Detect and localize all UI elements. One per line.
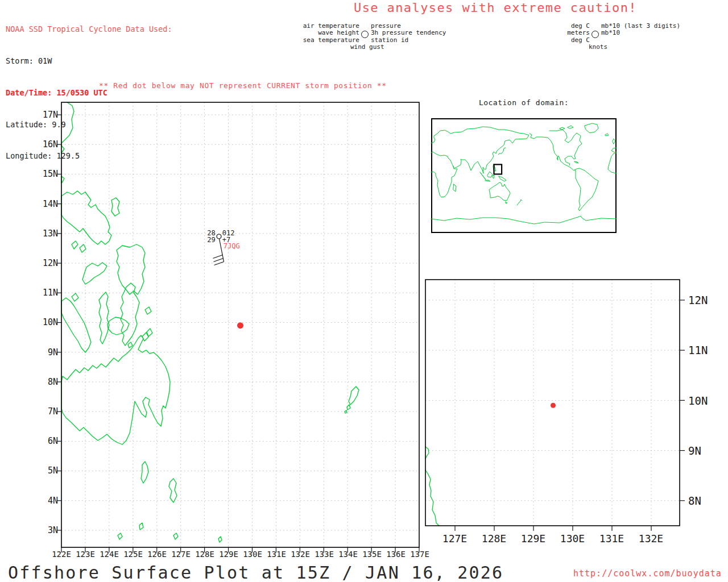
world-coastlines xyxy=(431,123,617,224)
y-tick-label: 12N xyxy=(43,258,58,268)
x-tick-label: 131E xyxy=(592,533,631,544)
storm-id: Storm: 01W xyxy=(6,56,172,66)
zoom-inset-map xyxy=(421,275,728,559)
y-tick-label: 11N xyxy=(43,288,58,298)
zoom-map-coastlines xyxy=(425,447,439,526)
units-model-circle-icon xyxy=(592,31,599,38)
y-tick-label: 8N xyxy=(688,495,708,506)
legend-wind-gust: wind gust xyxy=(350,44,384,51)
y-tick-label: 3N xyxy=(48,525,58,535)
x-tick-label: 128E xyxy=(474,533,514,544)
units-wind-gust: knots xyxy=(589,44,607,51)
domain-inset-title: Location of domain: xyxy=(431,98,617,107)
units-legend-left-column: deg C meters deg C xyxy=(512,23,590,44)
x-tick-label: 127E xyxy=(169,550,193,559)
station-legend-right-column: pressure 3h pressure tendency station id xyxy=(371,23,507,44)
x-tick-label: 131E xyxy=(264,550,288,559)
y-tick-label: 4N xyxy=(48,496,58,506)
y-tick-label: 16N xyxy=(43,139,58,149)
zoom-map-gridlines xyxy=(425,280,680,526)
zoom-map-y-axis-labels: 12N11N10N9N8N xyxy=(688,294,708,506)
y-tick-label: 13N xyxy=(43,228,58,239)
zoom-map-tick-marks xyxy=(455,300,685,531)
domain-rectangle xyxy=(494,164,502,174)
y-tick-label: 10N xyxy=(688,395,708,406)
x-tick-label: 127E xyxy=(435,533,474,544)
x-tick-label: 133E xyxy=(312,550,336,559)
units-pressure: mb*10 (last 3 digits) xyxy=(601,23,726,30)
x-tick-label: 136E xyxy=(384,550,408,559)
legend-wave-height: wave height xyxy=(256,30,359,36)
y-tick-label: 12N xyxy=(688,294,708,306)
y-tick-label: 5N xyxy=(48,465,58,476)
x-tick-label: 129E xyxy=(514,533,553,544)
storm-position-warning: ** Red dot below may NOT represent CURRE… xyxy=(99,81,387,90)
noaa-data-title: NOAA SSD Tropical Cyclone Data Used: xyxy=(6,24,172,35)
y-tick-label: 9N xyxy=(688,445,708,456)
legend-station-id: station id xyxy=(371,37,507,44)
zoom-map-border xyxy=(425,280,680,526)
y-tick-label: 14N xyxy=(43,199,58,209)
world-locator-map xyxy=(431,118,617,233)
x-tick-label: 132E xyxy=(288,550,312,559)
x-tick-label: 124E xyxy=(97,550,121,559)
x-tick-label: 134E xyxy=(336,550,360,559)
x-tick-label: 135E xyxy=(360,550,384,559)
y-tick-label: 6N xyxy=(48,436,58,446)
units-pressure-tendency: mb*10 xyxy=(601,30,726,36)
x-tick-label: 132E xyxy=(631,533,671,544)
x-tick-label: 128E xyxy=(193,550,217,559)
storm-position-dot xyxy=(237,322,243,329)
main-map-tick-marks xyxy=(57,115,419,552)
zoom-map-x-axis-labels: 127E128E129E130E131E132E xyxy=(435,533,671,544)
main-map-y-axis-labels: 17N16N15N14N13N12N11N10N9N8N7N6N5N4N3N xyxy=(28,110,58,535)
station-wave-height: 29 xyxy=(202,237,216,243)
x-tick-label: 122E xyxy=(49,550,73,559)
y-tick-label: 9N xyxy=(48,347,58,357)
x-tick-label: 126E xyxy=(145,550,169,559)
page-title: Offshore Surface Plot at 15Z / JAN 16, 2… xyxy=(8,563,503,582)
world-map-border xyxy=(432,119,616,232)
y-tick-label: 8N xyxy=(48,377,58,387)
units-legend-right-column: mb*10 (last 3 digits) mb*10 xyxy=(601,23,726,37)
main-map-x-axis-labels: 122E123E124E125E126E127E128E129E130E131E… xyxy=(49,550,432,559)
y-tick-label: 15N xyxy=(43,169,58,179)
legend-sea-temperature: sea temperature xyxy=(256,37,359,44)
units-sea-temperature: deg C xyxy=(512,37,590,44)
y-tick-label: 10N xyxy=(43,317,58,327)
caution-banner: Use analyses with extreme caution! xyxy=(354,1,637,15)
legend-pressure-tendency: 3h pressure tendency xyxy=(371,30,507,36)
x-tick-label: 123E xyxy=(73,550,97,559)
station-id: 7JQG xyxy=(224,243,240,250)
y-tick-label: 7N xyxy=(48,406,58,417)
x-tick-label: 130E xyxy=(553,533,592,544)
y-tick-label: 11N xyxy=(688,344,708,356)
x-tick-label: 130E xyxy=(241,550,264,559)
station-model-circle-icon xyxy=(361,31,369,38)
source-url: http://coolwx.com/buoydata xyxy=(573,568,722,579)
storm-position-dot-zoom xyxy=(551,403,556,408)
units-wave-height: meters xyxy=(512,30,590,36)
x-tick-label: 125E xyxy=(121,550,145,559)
y-tick-label: 17N xyxy=(43,110,58,120)
station-legend-left-column: air temperature wave height sea temperat… xyxy=(256,23,359,44)
x-tick-label: 129E xyxy=(217,550,241,559)
main-map xyxy=(57,98,432,559)
